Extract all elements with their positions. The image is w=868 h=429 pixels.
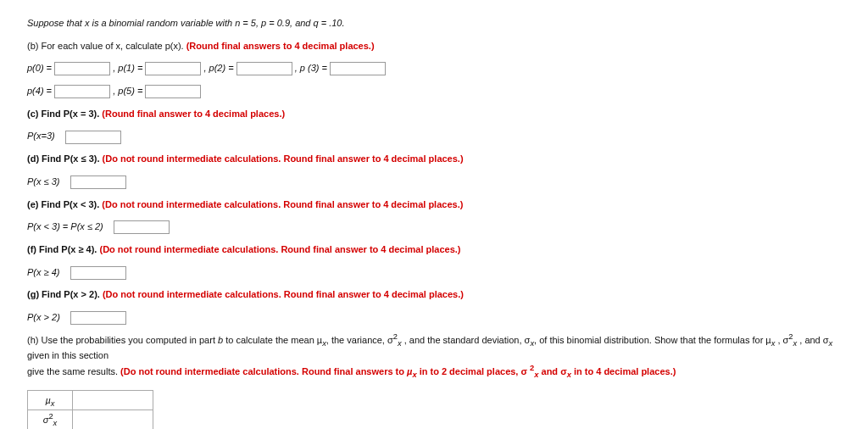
- part-g-prompt: (g) Find P(x > 2). (Do not round interme…: [27, 287, 841, 303]
- part-c-input[interactable]: [65, 131, 121, 144]
- part-e-answer: P(x < 3) = P(x ≤ 2): [27, 219, 841, 235]
- part-b-row1: p(0) = , p(1) = , p(2) = , p (3) =: [27, 60, 841, 76]
- part-c-label: P(x=3): [27, 131, 55, 141]
- part-g-answer: P(x > 2): [27, 309, 841, 326]
- p4-label: p(4) =: [27, 86, 54, 96]
- mu-input[interactable]: [80, 393, 149, 407]
- p2-label: , p(2) =: [203, 63, 236, 73]
- part-h-prompt: (h) Use the probabilities you computed i…: [27, 332, 841, 380]
- p4-input[interactable]: [54, 85, 110, 98]
- part-c-prompt: (c) Find P(x = 3). (Round final answer t…: [27, 106, 841, 122]
- h-l1d: , and the standard deviation, σ: [402, 335, 531, 345]
- p0-input[interactable]: [54, 62, 110, 75]
- part-d-lead: (d) Find P(x ≤ 3).: [27, 153, 103, 164]
- var-sub: x: [53, 420, 58, 428]
- h-l1g: , and σ: [797, 335, 828, 345]
- p2-input[interactable]: [236, 62, 292, 75]
- p1-input[interactable]: [145, 62, 201, 75]
- part-e-input[interactable]: [114, 220, 170, 234]
- stats-table: µx σ2x σx: [27, 390, 153, 429]
- h-l2f: in to 4 decimal places.): [571, 366, 676, 376]
- p3-input[interactable]: [330, 62, 386, 75]
- table-row: µx: [28, 390, 153, 410]
- part-e-hint: (Do not round intermediate calculations.…: [102, 199, 463, 209]
- part-b-row2: p(4) = , p(5) =: [27, 83, 841, 99]
- part-f-prompt: (f) Find P(x ≥ 4). (Do not round interme…: [27, 242, 841, 258]
- var-input[interactable]: [80, 413, 149, 426]
- part-e-label: P(x < 3) = P(x ≤ 2): [27, 221, 103, 231]
- part-b-prompt: (b) For each value of x, calculate p(x).…: [27, 38, 841, 54]
- part-f-input[interactable]: [70, 266, 126, 280]
- h-l1a: (h) Use the probabilities you computed i…: [27, 335, 218, 345]
- h-l2b: (Do not round intermediate calculations.…: [120, 366, 407, 376]
- part-c-answer: P(x=3): [27, 128, 841, 144]
- part-d-prompt: (d) Find P(x ≤ 3). (Do not round interme…: [27, 151, 841, 167]
- intro-text: Suppose that x is a binomial random vari…: [27, 18, 345, 28]
- part-d-input[interactable]: [70, 176, 126, 189]
- p3-label: , p (3) =: [295, 63, 330, 73]
- part-d-answer: P(x ≤ 3): [27, 174, 841, 190]
- part-c-lead: (c) Find P(x = 3).: [27, 109, 102, 119]
- part-f-lead: (f) Find P(x ≥ 4).: [27, 244, 99, 254]
- part-b-hint: (Round final answers to 4 decimal places…: [186, 41, 375, 51]
- h-l1f: , σ: [775, 335, 788, 345]
- part-f-answer: P(x ≥ 4): [27, 265, 841, 281]
- part-e-lead: (e) Find P(x < 3).: [27, 199, 102, 209]
- part-f-hint: (Do not round intermediate calculations.…: [99, 244, 460, 254]
- var-label: σ2x: [28, 410, 73, 429]
- part-g-hint: (Do not round intermediate calculations.…: [103, 289, 464, 299]
- part-c-hint: (Round final answer to 4 decimal places.…: [102, 109, 285, 119]
- h-l1h: given in this section: [27, 350, 108, 360]
- h-l1e: , of this binomial distribution. Show th…: [534, 335, 771, 345]
- part-b-lead: (b) For each value of x, calculate p(x).: [27, 41, 186, 51]
- part-g-input[interactable]: [70, 311, 126, 325]
- mu-sub: x: [51, 399, 55, 408]
- part-f-label: P(x ≥ 4): [27, 267, 59, 277]
- h-sub4: x: [829, 339, 833, 348]
- h-l1c: , the variance, σ: [326, 335, 393, 345]
- p0-label: p(0) =: [27, 63, 54, 73]
- p1-label: , p(1) =: [113, 63, 145, 73]
- p5-input[interactable]: [145, 85, 201, 98]
- part-g-label: P(x > 2): [27, 312, 60, 322]
- part-g-lead: (g) Find P(x > 2).: [27, 289, 103, 299]
- part-e-prompt: (e) Find P(x < 3). (Do not round interme…: [27, 197, 841, 213]
- h-l1b: to calculate the mean µ: [223, 335, 322, 345]
- problem-intro: Suppose that x is a binomial random vari…: [27, 15, 841, 31]
- h-l2d: in to 2 decimal places, σ: [417, 366, 530, 376]
- h-l2a: give the same results.: [27, 366, 120, 376]
- part-d-hint: (Do not round intermediate calculations.…: [103, 153, 464, 164]
- part-d-label: P(x ≤ 3): [27, 176, 59, 187]
- mu-label: µx: [28, 390, 73, 410]
- table-row: σ2x: [28, 410, 153, 429]
- p5-label: , p(5) =: [113, 86, 145, 96]
- h-l2e: and σ: [538, 366, 566, 376]
